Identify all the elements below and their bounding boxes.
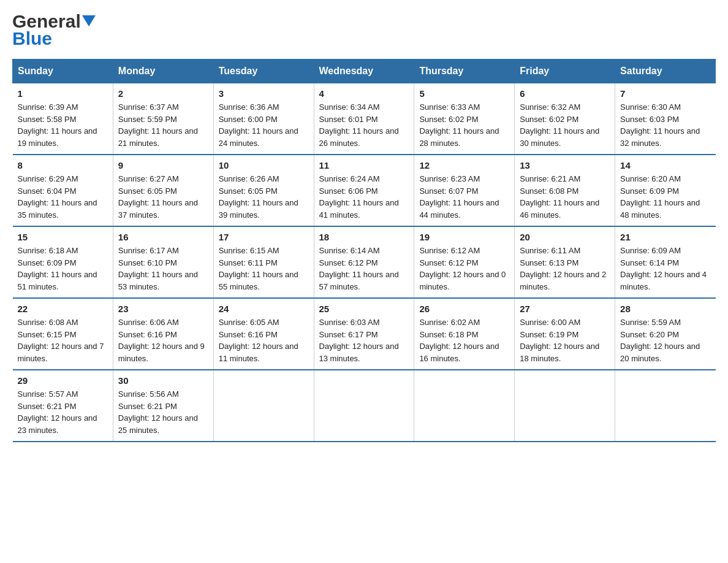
calendar-cell: 22 Sunrise: 6:08 AMSunset: 6:15 PMDaylig… (13, 298, 113, 370)
day-info: Sunrise: 6:23 AMSunset: 6:07 PMDaylight:… (419, 173, 509, 221)
day-number: 17 (219, 232, 309, 242)
day-info: Sunrise: 6:26 AMSunset: 6:05 PMDaylight:… (219, 173, 309, 221)
day-number: 9 (118, 160, 208, 170)
calendar-week-row: 8 Sunrise: 6:29 AMSunset: 6:04 PMDayligh… (13, 155, 716, 226)
day-info: Sunrise: 6:29 AMSunset: 6:04 PMDaylight:… (18, 173, 108, 221)
day-info: Sunrise: 6:27 AMSunset: 6:05 PMDaylight:… (118, 173, 208, 221)
day-info: Sunrise: 6:11 AMSunset: 6:13 PMDaylight:… (520, 245, 610, 293)
calendar-cell: 19 Sunrise: 6:12 AMSunset: 6:12 PMDaylig… (414, 226, 515, 298)
calendar-week-row: 29 Sunrise: 5:57 AMSunset: 6:21 PMDaylig… (13, 370, 716, 442)
column-header-thursday: Thursday (414, 59, 515, 83)
calendar-cell: 12 Sunrise: 6:23 AMSunset: 6:07 PMDaylig… (414, 155, 515, 226)
day-number: 27 (520, 304, 610, 314)
day-info: Sunrise: 6:14 AMSunset: 6:12 PMDaylight:… (319, 245, 409, 293)
calendar-cell: 30 Sunrise: 5:56 AMSunset: 6:21 PMDaylig… (113, 370, 213, 442)
day-info: Sunrise: 6:21 AMSunset: 6:08 PMDaylight:… (520, 173, 610, 221)
day-number: 10 (219, 160, 309, 170)
calendar-cell: 3 Sunrise: 6:36 AMSunset: 6:00 PMDayligh… (213, 83, 314, 155)
calendar-cell (213, 370, 314, 442)
page-header: General Blue (12, 12, 716, 49)
day-number: 23 (118, 304, 208, 314)
calendar-cell: 18 Sunrise: 6:14 AMSunset: 6:12 PMDaylig… (314, 226, 414, 298)
day-info: Sunrise: 5:56 AMSunset: 6:21 PMDaylight:… (118, 388, 208, 436)
day-number: 29 (18, 375, 108, 386)
day-info: Sunrise: 6:02 AMSunset: 6:18 PMDaylight:… (419, 316, 509, 364)
day-number: 16 (118, 232, 208, 242)
day-number: 22 (18, 304, 108, 314)
day-number: 14 (620, 160, 710, 170)
day-number: 11 (319, 160, 409, 170)
day-number: 1 (18, 88, 108, 99)
day-info: Sunrise: 6:08 AMSunset: 6:15 PMDaylight:… (18, 316, 108, 364)
day-info: Sunrise: 6:24 AMSunset: 6:06 PMDaylight:… (319, 173, 409, 221)
calendar-cell: 24 Sunrise: 6:05 AMSunset: 6:16 PMDaylig… (213, 298, 314, 370)
day-info: Sunrise: 6:36 AMSunset: 6:00 PMDaylight:… (219, 101, 309, 149)
day-number: 25 (319, 304, 409, 314)
day-info: Sunrise: 6:15 AMSunset: 6:11 PMDaylight:… (219, 245, 309, 293)
day-number: 19 (419, 232, 509, 242)
calendar-cell: 28 Sunrise: 5:59 AMSunset: 6:20 PMDaylig… (615, 298, 716, 370)
logo: General Blue (12, 12, 96, 49)
column-header-tuesday: Tuesday (213, 59, 314, 83)
day-info: Sunrise: 6:33 AMSunset: 6:02 PMDaylight:… (419, 101, 509, 149)
day-number: 5 (419, 88, 509, 99)
day-number: 4 (319, 88, 409, 99)
calendar-cell: 25 Sunrise: 6:03 AMSunset: 6:17 PMDaylig… (314, 298, 414, 370)
calendar-header-row: SundayMondayTuesdayWednesdayThursdayFrid… (13, 59, 716, 83)
calendar-cell: 1 Sunrise: 6:39 AMSunset: 5:58 PMDayligh… (13, 83, 113, 155)
day-number: 8 (18, 160, 108, 170)
calendar-cell: 26 Sunrise: 6:02 AMSunset: 6:18 PMDaylig… (414, 298, 515, 370)
calendar-cell: 10 Sunrise: 6:26 AMSunset: 6:05 PMDaylig… (213, 155, 314, 226)
day-number: 15 (18, 232, 108, 242)
calendar-cell: 5 Sunrise: 6:33 AMSunset: 6:02 PMDayligh… (414, 83, 515, 155)
column-header-sunday: Sunday (13, 59, 113, 83)
calendar-cell: 23 Sunrise: 6:06 AMSunset: 6:16 PMDaylig… (113, 298, 213, 370)
day-number: 18 (319, 232, 409, 242)
calendar-cell: 21 Sunrise: 6:09 AMSunset: 6:14 PMDaylig… (615, 226, 716, 298)
day-info: Sunrise: 6:18 AMSunset: 6:09 PMDaylight:… (18, 245, 108, 293)
day-number: 30 (118, 375, 208, 386)
calendar-cell: 17 Sunrise: 6:15 AMSunset: 6:11 PMDaylig… (213, 226, 314, 298)
calendar-cell: 13 Sunrise: 6:21 AMSunset: 6:08 PMDaylig… (515, 155, 615, 226)
calendar-cell: 11 Sunrise: 6:24 AMSunset: 6:06 PMDaylig… (314, 155, 414, 226)
day-number: 26 (419, 304, 509, 314)
column-header-wednesday: Wednesday (314, 59, 414, 83)
calendar-cell: 16 Sunrise: 6:17 AMSunset: 6:10 PMDaylig… (113, 226, 213, 298)
day-number: 12 (419, 160, 509, 170)
day-info: Sunrise: 5:57 AMSunset: 6:21 PMDaylight:… (18, 388, 108, 436)
day-number: 21 (620, 232, 710, 242)
day-info: Sunrise: 6:20 AMSunset: 6:09 PMDaylight:… (620, 173, 710, 221)
day-info: Sunrise: 6:05 AMSunset: 6:16 PMDaylight:… (219, 316, 309, 364)
day-info: Sunrise: 6:39 AMSunset: 5:58 PMDaylight:… (18, 101, 108, 149)
calendar-cell: 29 Sunrise: 5:57 AMSunset: 6:21 PMDaylig… (13, 370, 113, 442)
calendar-cell (414, 370, 515, 442)
day-info: Sunrise: 6:34 AMSunset: 6:01 PMDaylight:… (319, 101, 409, 149)
calendar-cell: 7 Sunrise: 6:30 AMSunset: 6:03 PMDayligh… (615, 83, 716, 155)
calendar-cell: 15 Sunrise: 6:18 AMSunset: 6:09 PMDaylig… (13, 226, 113, 298)
calendar-cell: 4 Sunrise: 6:34 AMSunset: 6:01 PMDayligh… (314, 83, 414, 155)
day-info: Sunrise: 5:59 AMSunset: 6:20 PMDaylight:… (620, 316, 710, 364)
day-info: Sunrise: 6:32 AMSunset: 6:02 PMDaylight:… (520, 101, 610, 149)
day-number: 28 (620, 304, 710, 314)
day-number: 20 (520, 232, 610, 242)
calendar-cell: 27 Sunrise: 6:00 AMSunset: 6:19 PMDaylig… (515, 298, 615, 370)
calendar-cell: 8 Sunrise: 6:29 AMSunset: 6:04 PMDayligh… (13, 155, 113, 226)
logo-arrow-icon (82, 15, 96, 29)
calendar-cell (615, 370, 716, 442)
day-info: Sunrise: 6:37 AMSunset: 5:59 PMDaylight:… (118, 101, 208, 149)
calendar-cell: 20 Sunrise: 6:11 AMSunset: 6:13 PMDaylig… (515, 226, 615, 298)
calendar-cell (314, 370, 414, 442)
day-number: 3 (219, 88, 309, 99)
logo-blue-text: Blue (12, 28, 52, 49)
calendar-cell: 2 Sunrise: 6:37 AMSunset: 5:59 PMDayligh… (113, 83, 213, 155)
calendar-week-row: 1 Sunrise: 6:39 AMSunset: 5:58 PMDayligh… (13, 83, 716, 155)
column-header-monday: Monday (113, 59, 213, 83)
calendar-cell: 9 Sunrise: 6:27 AMSunset: 6:05 PMDayligh… (113, 155, 213, 226)
calendar-cell: 14 Sunrise: 6:20 AMSunset: 6:09 PMDaylig… (615, 155, 716, 226)
column-header-friday: Friday (515, 59, 615, 83)
day-info: Sunrise: 6:00 AMSunset: 6:19 PMDaylight:… (520, 316, 610, 364)
svg-marker-0 (82, 15, 96, 26)
day-number: 7 (620, 88, 710, 99)
day-info: Sunrise: 6:06 AMSunset: 6:16 PMDaylight:… (118, 316, 208, 364)
calendar-week-row: 15 Sunrise: 6:18 AMSunset: 6:09 PMDaylig… (13, 226, 716, 298)
